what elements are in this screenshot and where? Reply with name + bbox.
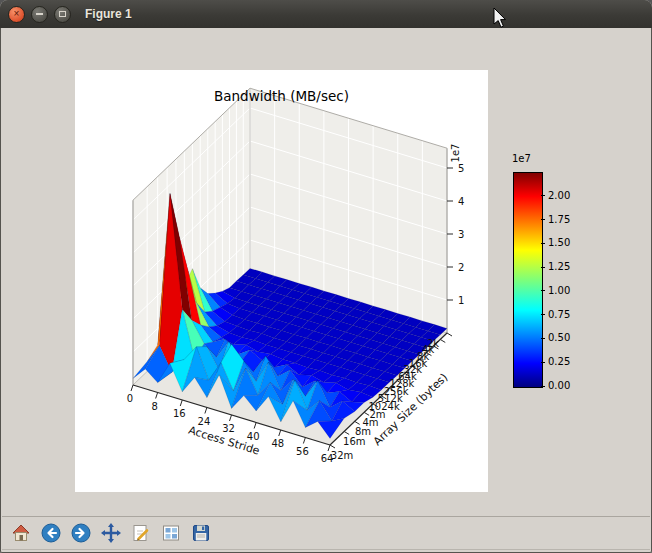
close-icon: ×	[14, 9, 20, 19]
save-button[interactable]	[187, 520, 215, 546]
colorbar-tick-mark	[541, 338, 545, 339]
colorbar-tick-label: 0.00	[548, 380, 570, 391]
colorbar-tick-mark	[541, 267, 545, 268]
forward-icon	[70, 522, 92, 544]
maximize-icon	[59, 11, 66, 17]
home-icon	[10, 522, 32, 544]
close-button[interactable]: ×	[8, 6, 25, 23]
colorbar-tick-label: 1.25	[548, 261, 570, 272]
window-title: Figure 1	[85, 7, 132, 21]
minimize-button[interactable]	[31, 6, 48, 23]
forward-button[interactable]	[67, 520, 95, 546]
colorbar-tick-mark	[541, 195, 545, 196]
minimize-icon	[36, 13, 43, 15]
colorbar-tick-mark	[541, 243, 545, 244]
pan-icon	[100, 522, 122, 544]
edit-icon	[130, 522, 152, 544]
colorbar-tick-label: 0.75	[548, 309, 570, 320]
figure-window: × Figure 1 081624324048566432m16m8m4m2m1…	[0, 0, 652, 553]
save-icon	[190, 522, 212, 544]
colorbar-tick-mark	[541, 314, 545, 315]
colorbar-tick-mark	[541, 290, 545, 291]
subplots-icon	[160, 522, 182, 544]
plot-title: Bandwidth (MB/sec)	[75, 88, 488, 104]
colorbar-tick-label: 0.50	[548, 332, 570, 343]
maximize-button[interactable]	[54, 6, 71, 23]
colorbar-tick-mark	[541, 362, 545, 363]
back-icon	[40, 522, 62, 544]
colorbar-tick-label: 0.25	[548, 356, 570, 367]
colorbar-tick-mark	[541, 386, 545, 387]
toolbar	[2, 516, 650, 550]
colorbar-tick-label: 1.50	[548, 237, 570, 248]
colorbar	[513, 172, 543, 388]
back-button[interactable]	[37, 520, 65, 546]
home-button[interactable]	[7, 520, 35, 546]
colorbar-tick-label: 1.00	[548, 285, 570, 296]
pan-button[interactable]	[97, 520, 125, 546]
colorbar-tick-label: 2.00	[548, 190, 570, 201]
colorbar-tick-label: 1.75	[548, 214, 570, 225]
edit-button[interactable]	[127, 520, 155, 546]
titlebar[interactable]: × Figure 1	[0, 0, 652, 28]
subplots-button[interactable]	[157, 520, 185, 546]
colorbar-tick-mark	[541, 219, 545, 220]
colorbar-scale-label: 1e7	[512, 153, 531, 164]
